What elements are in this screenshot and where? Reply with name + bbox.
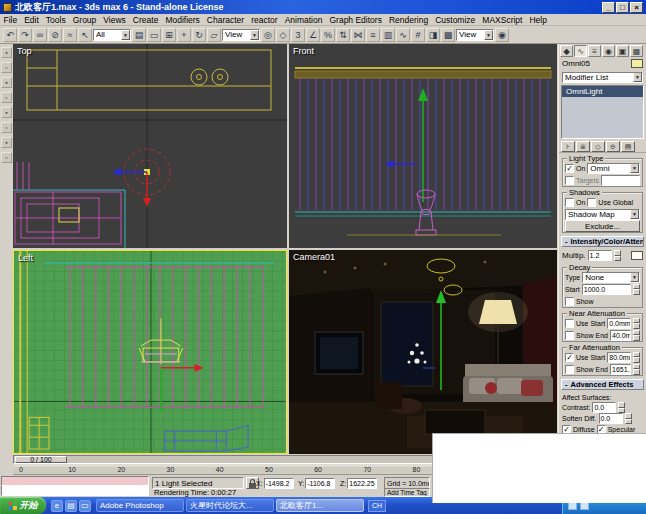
side-toolbar-icon-7[interactable]: ▪ xyxy=(1,137,12,148)
multiplier-field[interactable]: 1.2 xyxy=(588,250,612,261)
menu-item-modifiers[interactable]: Modifiers xyxy=(162,14,203,26)
chevron-down-icon[interactable]: ▼ xyxy=(630,272,639,282)
render-scene-icon[interactable]: ▩ xyxy=(441,28,455,42)
quicklaunch-desktop-icon[interactable]: ▤ xyxy=(65,500,77,512)
material-editor-icon[interactable]: ◨ xyxy=(426,28,440,42)
quicklaunch-folder-icon[interactable]: ▭ xyxy=(79,500,91,512)
chevron-down-icon[interactable]: ▼ xyxy=(121,30,130,40)
display-tab-icon[interactable]: ▣ xyxy=(616,45,629,57)
chevron-down-icon[interactable]: ▼ xyxy=(633,72,642,82)
light-type-dropdown[interactable]: Omni ▼ xyxy=(587,163,640,174)
near-show-checkbox[interactable] xyxy=(565,331,574,340)
near-start-field[interactable]: 0.0mm xyxy=(607,318,631,329)
near-start-spinner[interactable] xyxy=(633,318,640,329)
window-crossing-toggle-icon[interactable]: ⊞ xyxy=(162,28,176,42)
select-and-scale-icon[interactable]: ▱ xyxy=(207,28,221,42)
menu-item-create[interactable]: Create xyxy=(129,14,162,26)
listener-script-row[interactable] xyxy=(1,486,149,496)
far-end-field[interactable]: 1651.2 xyxy=(610,364,631,375)
curve-editor-icon[interactable]: ∿ xyxy=(396,28,410,42)
viewport-left-active[interactable]: Left xyxy=(13,250,287,454)
chevron-down-icon[interactable]: ▼ xyxy=(630,163,639,173)
contrast-spinner[interactable] xyxy=(618,402,625,413)
decay-show-checkbox[interactable] xyxy=(565,297,574,306)
advanced-effects-rollout-header[interactable]: - Advanced Effects xyxy=(561,379,644,390)
use-global-checkbox[interactable] xyxy=(587,198,596,207)
angle-snap-icon[interactable]: ∠ xyxy=(306,28,320,42)
select-and-move-icon[interactable]: + xyxy=(177,28,191,42)
select-and-rotate-icon[interactable]: ↻ xyxy=(192,28,206,42)
viewport-top-label[interactable]: Top xyxy=(17,46,32,56)
far-start-field[interactable]: 80.0mm xyxy=(607,352,631,363)
side-toolbar-icon-4[interactable]: ▫ xyxy=(1,92,12,103)
percent-snap-icon[interactable]: % xyxy=(321,28,335,42)
side-toolbar-icon-2[interactable]: ▫ xyxy=(1,62,12,73)
menu-item-edit[interactable]: Edit xyxy=(21,14,43,26)
add-time-tag[interactable]: Add Time Tag xyxy=(384,488,430,497)
menu-item-tools[interactable]: Tools xyxy=(42,14,69,26)
menu-item-group[interactable]: Group xyxy=(69,14,100,26)
modify-tab-icon[interactable]: ∿ xyxy=(574,45,587,57)
configure-modifier-sets-icon[interactable]: ▤ xyxy=(621,141,635,152)
start-button[interactable]: 开始 xyxy=(0,497,46,514)
create-tab-icon[interactable]: ◆ xyxy=(560,45,573,57)
menu-item-character[interactable]: Character xyxy=(203,14,247,26)
menu-item-file[interactable]: File xyxy=(0,14,21,26)
taskbar-task[interactable]: 北欧客厅1... xyxy=(276,499,364,512)
soften-spinner[interactable] xyxy=(625,413,632,424)
side-toolbar-icon-5[interactable]: ▪ xyxy=(1,107,12,118)
title-bar[interactable]: 北欧客厅1.max - 3ds max 6 - Stand-alone Lice… xyxy=(0,0,646,14)
reference-coordinate-dropdown[interactable]: View▼ xyxy=(222,29,260,41)
listener-macro-row[interactable] xyxy=(1,476,149,486)
remove-modifier-icon[interactable]: ⊖ xyxy=(606,141,620,152)
chevron-down-icon[interactable]: ▼ xyxy=(630,209,639,219)
decay-start-field[interactable]: 1000.0 xyxy=(582,284,631,295)
far-show-checkbox[interactable] xyxy=(565,365,574,374)
snap-toggle-3d-icon[interactable]: 3 xyxy=(291,28,305,42)
multiplier-spinner[interactable] xyxy=(614,250,621,261)
far-start-spinner[interactable] xyxy=(633,352,640,363)
modifier-stack[interactable]: OmniLight xyxy=(561,85,644,139)
side-toolbar-icon-1[interactable]: ▪ xyxy=(1,47,12,58)
use-pivot-point-icon[interactable]: ◎ xyxy=(261,28,275,42)
quick-render-icon[interactable]: ◉ xyxy=(495,28,509,42)
intensity-rollout-header[interactable]: - Intensity/Color/Attenuation xyxy=(561,236,644,247)
spinner-snap-icon[interactable]: ⇅ xyxy=(336,28,350,42)
decay-start-spinner[interactable] xyxy=(633,284,640,295)
soften-diffuse-field[interactable]: 0.0 xyxy=(599,413,623,424)
selection-filter-dropdown[interactable]: All▼ xyxy=(93,29,131,41)
z-coordinate-field[interactable]: 1622.25 xyxy=(347,478,377,489)
viewport-left-label[interactable]: Left xyxy=(18,253,33,263)
unlink-selection-icon[interactable]: ⊘ xyxy=(48,28,62,42)
menu-item-views[interactable]: Views xyxy=(100,14,130,26)
x-coordinate-field[interactable]: -1498.2 xyxy=(264,478,294,489)
contrast-field[interactable]: 0.0 xyxy=(592,402,616,413)
side-toolbar-icon-6[interactable]: ▫ xyxy=(1,122,12,133)
input-language-indicator[interactable]: CH xyxy=(368,500,386,512)
multiplier-color-swatch[interactable] xyxy=(631,251,643,260)
side-toolbar-icon-3[interactable]: ▪ xyxy=(1,77,12,88)
light-color-swatch[interactable] xyxy=(631,59,643,68)
menu-item-graph-editors[interactable]: Graph Editors xyxy=(326,14,385,26)
stack-item-omnilight[interactable]: OmniLight xyxy=(562,86,643,97)
close-button[interactable]: × xyxy=(630,2,643,13)
time-slider-handle[interactable]: 0 / 100 xyxy=(15,456,67,463)
side-toolbar-icon-8[interactable]: ▫ xyxy=(1,152,12,163)
select-by-name-icon[interactable]: ▤ xyxy=(132,28,146,42)
shadows-on-checkbox[interactable] xyxy=(565,198,574,207)
minimize-button[interactable]: _ xyxy=(602,2,615,13)
target-distance-field[interactable] xyxy=(601,175,640,186)
utilities-tab-icon[interactable]: ▦ xyxy=(630,45,643,57)
select-and-manipulate-icon[interactable]: ◇ xyxy=(276,28,290,42)
exclude-button[interactable]: Exclude... xyxy=(565,220,640,232)
menu-item-help[interactable]: Help xyxy=(526,14,550,26)
viewport-camera-label[interactable]: Camera01 xyxy=(293,252,335,262)
viewport-front[interactable]: Front xyxy=(289,44,557,248)
schematic-view-icon[interactable]: # xyxy=(411,28,425,42)
targets-checkbox[interactable] xyxy=(565,176,574,185)
viewport-front-label[interactable]: Front xyxy=(293,46,314,56)
menu-item-maxscript[interactable]: MAXScript xyxy=(479,14,526,26)
viewport-camera[interactable]: Camera01 xyxy=(289,250,557,454)
chevron-down-icon[interactable]: ▼ xyxy=(484,30,493,40)
taskbar-task[interactable]: 火星时代论坛大... xyxy=(186,499,274,512)
